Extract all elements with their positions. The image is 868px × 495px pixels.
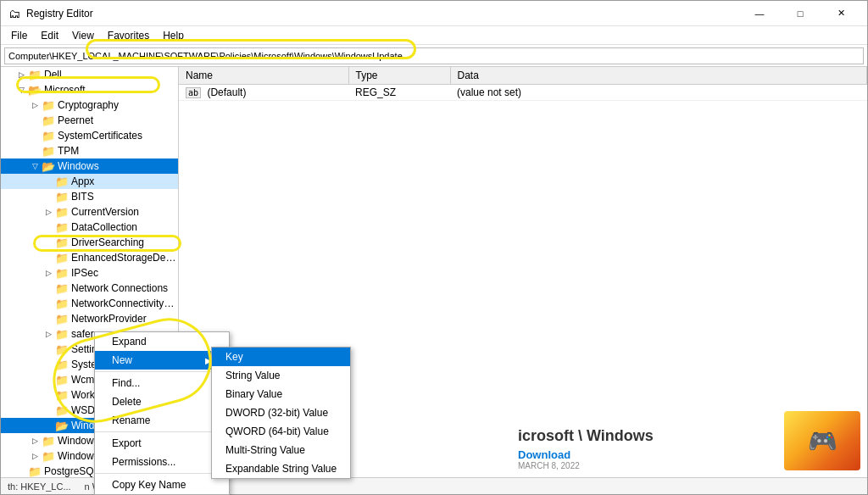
tree-item-dell[interactable]: ▷ 📁 Dell (1, 67, 178, 82)
menu-favorites[interactable]: Favorites (101, 28, 156, 43)
submenu-item-expandablestring[interactable]: Expandable String Value (212, 459, 350, 478)
context-menu-divider2 (95, 431, 229, 432)
tree-item-cryptography[interactable]: ▷ 📁 Cryptography (1, 97, 178, 113)
table-row[interactable]: ab (Default) REG_SZ (value not set) (179, 84, 867, 100)
minimize-button[interactable]: — (740, 4, 779, 23)
tree-label-peernet: Peernet (58, 114, 93, 126)
context-menu-divider1 (95, 371, 229, 372)
close-button[interactable]: ✕ (821, 4, 860, 23)
tree-item-ipsec[interactable]: ▷ 📁 IPSec (1, 265, 178, 281)
app-icon: 🗂 (8, 7, 21, 20)
folder-icon-datacollection: 📁 (55, 221, 69, 234)
expander-datacollection (42, 223, 55, 231)
context-menu-rename[interactable]: Rename (95, 411, 229, 430)
expander-tpm (28, 147, 42, 155)
submenu-item-key[interactable]: Key (212, 348, 350, 366)
expander-wsdapi (42, 406, 55, 414)
expander-systemcerts (28, 131, 42, 140)
col-header-type: Type (348, 67, 450, 84)
folder-icon-wcmsvc: 📁 (55, 374, 69, 387)
context-menu-find[interactable]: Find... (95, 374, 229, 392)
tree-label-systemcerts: SystemCertificates (58, 130, 142, 142)
tree-item-datacollection[interactable]: 📁 DataCollection (1, 220, 178, 235)
folder-icon-windows3: 📁 (42, 450, 55, 463)
tree-item-bits[interactable]: 📁 BITS (1, 189, 178, 204)
expander-workplacejoin (42, 391, 55, 399)
submenu-item-stringvalue[interactable]: String Value (212, 366, 350, 385)
bg-image: 🎮 (784, 411, 860, 470)
tree-item-enhancedstorage[interactable]: 📁 EnhancedStorageDevice (1, 250, 178, 265)
folder-icon-cryptography: 📁 (42, 99, 55, 112)
qword-label: QWORD (64-bit) Value (225, 425, 329, 437)
folder-icon-windows2: 📁 (42, 435, 55, 448)
tree-item-tpm[interactable]: 📁 TPM (1, 143, 178, 159)
tree-label-enhancedstorage: EnhancedStorageDevice (71, 252, 178, 264)
background-content: icrosoft \ Windows Download MARCH 8, 202… (511, 384, 867, 477)
tree-item-networkconnsta[interactable]: 📁 NetworkConnectivitySta (1, 296, 178, 311)
context-menu-copykey[interactable]: Copy Key Name (95, 476, 229, 494)
expander-windows: ▽ (28, 162, 42, 170)
tree-item-networkconn[interactable]: 📁 Network Connections (1, 281, 178, 296)
address-input[interactable] (4, 47, 864, 64)
tree-item-microsoft[interactable]: ▽ 📂 Microsoft (1, 82, 178, 97)
tree-item-networkprovider[interactable]: 📁 NetworkProvider (1, 311, 178, 326)
tree-label-windows2: Windows (58, 435, 99, 447)
tree-item-windows[interactable]: ▽ 📂 Windows (1, 159, 178, 174)
new-label: New (112, 354, 132, 366)
menu-file[interactable]: File (4, 28, 34, 43)
tree-label-driversearching: DriverSearching (71, 236, 144, 248)
context-menu-new[interactable]: New ▶ (95, 351, 229, 370)
tree-label-appx: Appx (71, 175, 94, 187)
key-label: Key (225, 351, 243, 363)
expand-label: Expand (112, 336, 147, 348)
bg-heading: icrosoft \ Windows (518, 427, 777, 445)
tree-label-ipsec: IPSec (71, 267, 98, 279)
window-title: Registry Editor (26, 8, 740, 19)
context-submenu-new: Key String Value Binary Value DWORD (32-… (211, 347, 351, 479)
expander-enhancedstorage (42, 253, 55, 262)
tree-item-appx[interactable]: 📁 Appx (1, 174, 178, 189)
expander-dell: ▷ (14, 70, 28, 79)
expander-microsoft: ▽ (14, 86, 28, 94)
col-header-name: Name (179, 67, 348, 84)
context-menu-expand[interactable]: Expand (95, 332, 229, 351)
context-menu-permissions[interactable]: Permissions... (95, 453, 229, 471)
expandablestring-label: Expandable String Value (225, 463, 337, 475)
tree-label-postgresql: PostgreSQL (44, 465, 99, 477)
tree-item-systemcerts[interactable]: 📁 SystemCertificates (1, 128, 178, 143)
expander-cryptography: ▷ (28, 101, 42, 109)
registry-editor-window: 🗂 Registry Editor — □ ✕ File Edit View F… (0, 0, 868, 495)
menu-help[interactable]: Help (156, 28, 191, 43)
tree-label-dell: Dell (44, 69, 62, 81)
expander-networkconn (42, 284, 55, 292)
expander-settingsync (42, 345, 55, 353)
maximize-button[interactable]: □ (781, 4, 820, 23)
tree-item-driversearching[interactable]: 📁 DriverSearching (1, 235, 178, 250)
cell-type: REG_SZ (348, 84, 450, 100)
folder-icon-networkconnsta: 📁 (55, 298, 69, 310)
tree-item-currentversion[interactable]: ▷ 📁 CurrentVersion (1, 204, 178, 220)
export-label: Export (112, 437, 142, 449)
menu-view[interactable]: View (65, 28, 101, 43)
context-menu-delete[interactable]: Delete (95, 392, 229, 411)
expander-networkprovider (42, 314, 55, 323)
expander-system (42, 360, 55, 369)
folder-icon-systemcerts: 📁 (42, 130, 55, 142)
folder-icon-microsoft: 📂 (28, 84, 42, 97)
tree-label-networkconnsta: NetworkConnectivitySta (71, 298, 178, 309)
submenu-item-multistring[interactable]: Multi-String Value (212, 441, 350, 459)
submenu-item-qword[interactable]: QWORD (64-bit) Value (212, 422, 350, 441)
menu-edit[interactable]: Edit (34, 28, 65, 43)
context-menu-export[interactable]: Export (95, 434, 229, 453)
folder-icon-currentversion: 📁 (55, 206, 69, 219)
tree-label-cryptography: Cryptography (58, 99, 119, 111)
expander-windowsupdate (42, 421, 55, 430)
tree-item-peernet[interactable]: 📁 Peernet (1, 113, 178, 128)
submenu-item-dword[interactable]: DWORD (32-bit) Value (212, 403, 350, 422)
submenu-item-binaryvalue[interactable]: Binary Value (212, 385, 350, 403)
menu-bar: File Edit View Favorites Help (1, 26, 867, 45)
tree-label-networkprovider: NetworkProvider (71, 313, 147, 325)
expander-driversearching (42, 238, 55, 247)
expander-safer: ▷ (42, 330, 55, 338)
folder-icon-driversearching: 📁 (55, 236, 69, 249)
